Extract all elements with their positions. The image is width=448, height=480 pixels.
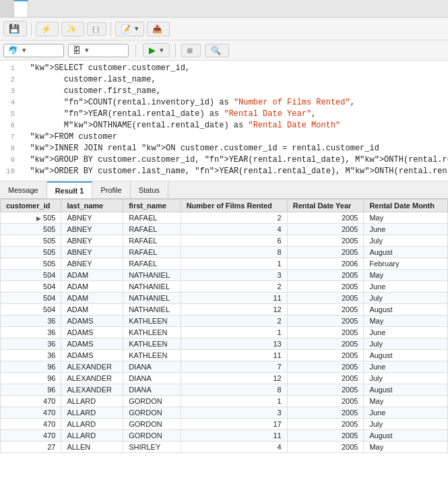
save-button[interactable]	[3, 21, 27, 36]
table-cell: 2	[181, 316, 287, 327]
toolbar	[0, 18, 448, 40]
table-row[interactable]: 470ALLARDGORDON172005July	[1, 419, 448, 430]
table-row[interactable]: 504ADAMNATHANIEL112005July	[1, 293, 448, 304]
table-row[interactable]: 36ADAMSKATHLEEN132005July	[1, 338, 448, 350]
table-cell: KATHLEEN	[123, 338, 181, 350]
table-cell: June	[364, 281, 448, 293]
result-tab-status[interactable]: Status	[131, 181, 168, 198]
table-cell: ABNEY	[61, 235, 123, 247]
col-header[interactable]: Rental Date Month	[364, 200, 448, 212]
line-content: "fn">COUNT(rental.inventory_id) as "Numb…	[20, 98, 448, 107]
stop-button[interactable]	[181, 44, 201, 57]
tab-objects[interactable]	[0, 0, 14, 17]
result-tab-profile[interactable]: Profile	[92, 181, 130, 198]
explain-icon	[211, 46, 221, 55]
table-cell: 504	[1, 304, 61, 316]
table-cell: ALLARD	[61, 396, 123, 407]
table-row[interactable]: 27ALLENSHIRLEY42005May	[1, 442, 448, 453]
table-cell: 11	[181, 350, 287, 361]
table-row[interactable]: 504ADAMNATHANIEL22005June	[1, 281, 448, 293]
sep-run	[175, 44, 176, 57]
data-table-wrap[interactable]: customer_idlast_namefirst_nameNumber of …	[0, 199, 448, 480]
stop-icon	[186, 46, 194, 55]
table-cell: 8	[181, 384, 287, 396]
table-row[interactable]: 505ABNEYRAFAEL12006February	[1, 258, 448, 270]
table-cell: 2005	[287, 442, 364, 453]
table-cell: ADAMS	[61, 316, 123, 327]
table-cell: RAFAEL	[123, 258, 181, 270]
table-row[interactable]: 36ADAMSKATHLEEN22005May	[1, 316, 448, 327]
table-row[interactable]: 504ADAMNATHANIEL122005August	[1, 304, 448, 316]
table-cell: DIANA	[123, 361, 181, 373]
table-cell: August	[364, 247, 448, 258]
table-cell: 2005	[287, 270, 364, 281]
code-line: 6 M"kw">ONTHNAME(rental.rental_date) as …	[0, 121, 448, 132]
table-cell: 2005	[287, 304, 364, 316]
run-button[interactable]	[143, 43, 170, 57]
table-cell: ALEXANDER	[61, 384, 123, 396]
table-cell: 505	[1, 235, 61, 247]
text-dropdown-icon	[135, 24, 139, 33]
table-cell: ABNEY	[61, 224, 123, 235]
col-header[interactable]: customer_id	[1, 200, 61, 212]
export-button[interactable]	[147, 22, 170, 36]
table-cell: 470	[1, 396, 61, 407]
table-cell: ALLEN	[61, 442, 123, 453]
col-header[interactable]: Rental Date Year	[287, 200, 364, 212]
query-builder-button[interactable]	[36, 22, 59, 36]
result-tab-message[interactable]: Message	[0, 181, 47, 198]
table-row[interactable]: 470ALLARDGORDON112005August	[1, 430, 448, 442]
code-line: 5 "fn">YEAR(rental.rental_date) as "Rent…	[0, 109, 448, 121]
col-header[interactable]: first_name	[123, 200, 181, 212]
schema-select[interactable]	[68, 44, 129, 57]
table-row[interactable]: 505ABNEYRAFAEL42005June	[1, 224, 448, 235]
explain-button[interactable]	[205, 44, 229, 57]
engine-select[interactable]	[3, 44, 64, 57]
table-row[interactable]: 504ADAMNATHANIEL32005May	[1, 270, 448, 281]
table-cell: August	[364, 384, 448, 396]
table-row[interactable]: 470ALLARDGORDON12005May	[1, 396, 448, 407]
table-cell: RAFAEL	[123, 247, 181, 258]
table-cell: 6	[181, 235, 287, 247]
table-cell: July	[364, 293, 448, 304]
table-cell: GORDON	[123, 407, 181, 419]
table-row[interactable]: 505ABNEYRAFAEL82005August	[1, 247, 448, 258]
text-button[interactable]	[115, 22, 144, 36]
table-cell: 36	[1, 327, 61, 338]
code-editor[interactable]: 1 "kw">SELECT customer.customer_id,2 cus…	[0, 61, 448, 181]
table-cell: 1	[181, 258, 287, 270]
table-row[interactable]: 96ALEXANDERDIANA72005June	[1, 361, 448, 373]
table-cell: June	[364, 407, 448, 419]
text-icon	[121, 24, 131, 34]
table-row[interactable]: 505ABNEYRAFAEL22005May	[1, 212, 448, 224]
run-icon	[149, 45, 156, 55]
code-snippet-button[interactable]	[87, 22, 106, 36]
table-cell: ALEXANDER	[61, 373, 123, 384]
engine-dropdown-icon	[22, 46, 26, 55]
table-row[interactable]: 470ALLARDGORDON32005June	[1, 407, 448, 419]
result-tab-result-1[interactable]: Result 1	[47, 181, 93, 198]
line-number: 4	[0, 98, 20, 107]
table-cell: July	[364, 235, 448, 247]
table-cell: 2005	[287, 247, 364, 258]
table-row[interactable]: 505ABNEYRAFAEL62005July	[1, 235, 448, 247]
beautify-button[interactable]	[61, 22, 84, 36]
query-builder-icon	[41, 24, 51, 34]
table-row[interactable]: 36ADAMSKATHLEEN12005June	[1, 327, 448, 338]
tab-query[interactable]	[14, 0, 28, 17]
table-row[interactable]: 96ALEXANDERDIANA82005August	[1, 384, 448, 396]
col-header[interactable]: Number of Films Rented	[181, 200, 287, 212]
col-header[interactable]: last_name	[61, 200, 123, 212]
table-cell: DIANA	[123, 373, 181, 384]
db-icon	[73, 46, 81, 55]
sep-db	[135, 44, 136, 57]
table-cell: 504	[1, 281, 61, 293]
line-number: 1	[0, 63, 20, 72]
table-cell: 7	[181, 361, 287, 373]
table-cell: 2005	[287, 281, 364, 293]
table-row[interactable]: 36ADAMSKATHLEEN112005August	[1, 350, 448, 361]
code-line: 7 "kw">FROM customer	[0, 132, 448, 144]
table-cell: 470	[1, 407, 61, 419]
line-content: "fn">YEAR(rental.rental_date) as "Rental…	[20, 109, 448, 119]
table-row[interactable]: 96ALEXANDERDIANA122005July	[1, 373, 448, 384]
